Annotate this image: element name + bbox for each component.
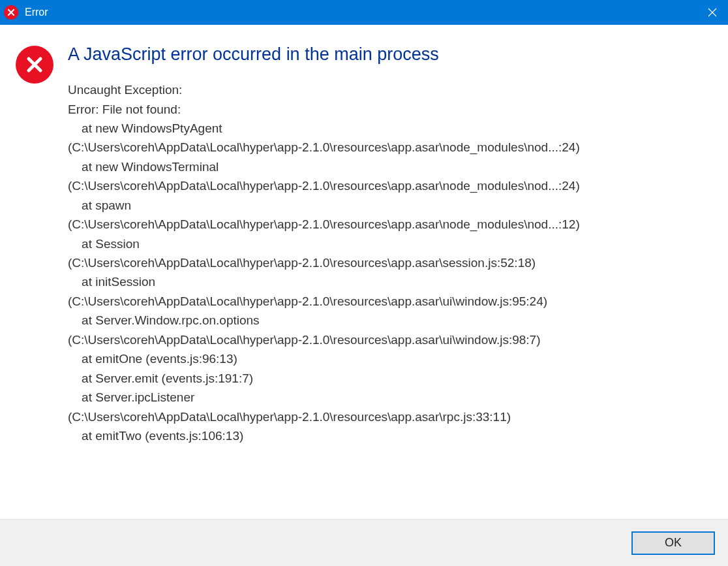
dialog-footer: OK: [0, 519, 728, 566]
error-icon: [16, 46, 53, 84]
titlebar: Error: [0, 0, 728, 25]
message-area: A JavaScript error occurred in the main …: [68, 43, 712, 506]
error-icon: [4, 5, 18, 20]
close-button[interactable]: [697, 0, 728, 25]
dialog-content: A JavaScript error occurred in the main …: [0, 25, 728, 519]
window-title: Error: [25, 7, 48, 18]
ok-button[interactable]: OK: [631, 531, 715, 555]
main-instruction: A JavaScript error occurred in the main …: [68, 43, 712, 66]
close-icon: [708, 8, 717, 17]
error-body-text: Uncaught Exception: Error: File not foun…: [68, 80, 712, 445]
